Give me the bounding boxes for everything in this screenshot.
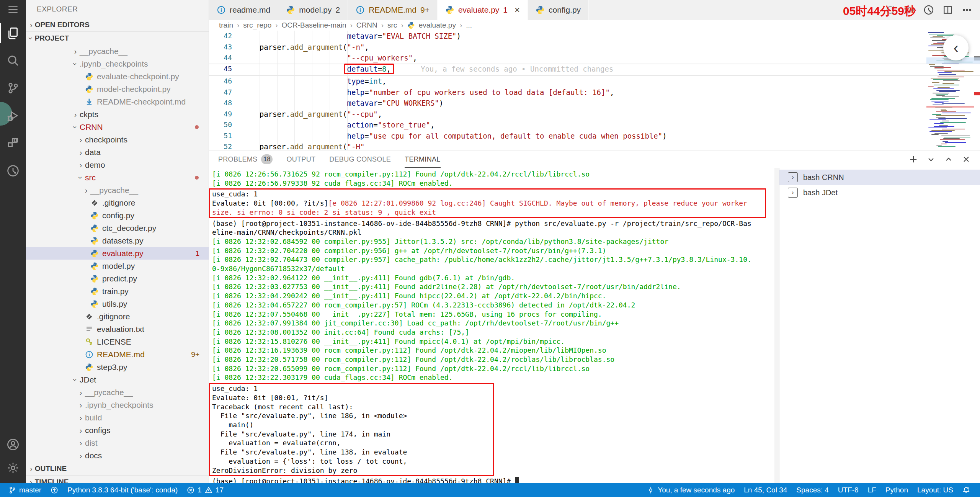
status-item[interactable]: Python	[881, 483, 913, 497]
code-line-48[interactable]: 48 metavar="CPU WORKERS")	[209, 98, 980, 109]
code-line-47[interactable]: 47 help="number of cpu workers used to l…	[209, 87, 980, 98]
code-line-45[interactable]: 45 default=8,You, a few seconds ago • Un…	[209, 64, 980, 76]
split-editor-icon[interactable]	[942, 5, 953, 15]
code-line-44[interactable]: 44 "--cpu_workers",	[209, 52, 980, 64]
activity-run-debug[interactable]	[0, 102, 26, 129]
tree-item-dist[interactable]: ›dist	[26, 437, 209, 449]
tab-evaluate-py[interactable]: evaluate.py1×	[438, 0, 528, 20]
activity-search[interactable]	[0, 47, 26, 74]
tree-item-utils-py[interactable]: utils.py	[26, 298, 209, 310]
tree-item-docs[interactable]: ›docs	[26, 449, 209, 462]
code-line-50[interactable]: 50 action="store_true",	[209, 119, 980, 131]
code-line-51[interactable]: 51 help="use cpu for all computation, de…	[209, 131, 980, 142]
status-item[interactable]: Spaces: 4	[792, 483, 833, 497]
tree-item-readme-checkpoint-md[interactable]: README-checkpoint.md	[26, 95, 209, 108]
tree-item-evaluation-txt[interactable]: evaluation.txt	[26, 323, 209, 335]
tree-item-step3-py[interactable]: step3.py	[26, 361, 209, 373]
code-line-52[interactable]: 52 parser.add_argument("-H"	[209, 141, 980, 150]
tree-item-model-py[interactable]: model.py	[26, 260, 209, 272]
tab-readme-md[interactable]: readme.md	[209, 0, 278, 20]
terminal-output[interactable]: [i 0826 12:26:56.731625 92 rocm_compiler…	[209, 168, 778, 484]
more-actions-icon[interactable]	[191, 4, 201, 14]
code-editor[interactable]: 42 metavar="EVAL BATCH SIZE")43 parser.a…	[209, 31, 980, 150]
tree-item--gitignore[interactable]: .gitignore	[26, 196, 209, 209]
terminal-instance-bash-crnn[interactable]: ›bash CRNN	[779, 170, 980, 185]
activity-timer[interactable]	[0, 157, 26, 185]
activity-source-control[interactable]	[0, 74, 26, 102]
tab-model-py[interactable]: model.py2	[278, 0, 348, 20]
tree-item-evaluate-checkpoint-py[interactable]: evaluate-checkpoint.py	[26, 70, 209, 83]
activity-gear[interactable]	[0, 454, 26, 482]
tree-item--pycache-[interactable]: ›__pycache__	[26, 386, 209, 399]
tree-item--pycache-[interactable]: ›__pycache__	[26, 45, 209, 57]
code-line-46[interactable]: 46 type=int,	[209, 76, 980, 87]
more-actions-icon[interactable]	[962, 5, 972, 15]
project-section[interactable]: › PROJECT	[26, 31, 209, 45]
tab-config-py[interactable]: config.py	[528, 0, 589, 20]
breadcrumb-item[interactable]: ...	[466, 21, 472, 29]
code-line-43[interactable]: 43 parser.add_argument("-n",	[209, 42, 980, 53]
terminal-instance-bash-jdet[interactable]: ›bash JDet	[779, 185, 980, 200]
outline-section[interactable]: › OUTLINE	[26, 462, 209, 475]
tree-item-jdet[interactable]: ›JDet	[26, 373, 209, 386]
status-item[interactable]: Python 3.8.3 64-bit ('base': conda)	[63, 483, 182, 497]
activity-files[interactable]	[0, 19, 26, 47]
status-item[interactable]	[46, 483, 63, 497]
back-button[interactable]: ‹	[943, 35, 969, 60]
tree-item--ipynb-checkpoints[interactable]: ›.ipynb_checkpoints	[26, 399, 209, 411]
panel-tab-terminal[interactable]: TERMINAL	[405, 150, 440, 168]
tree-item-predict-py[interactable]: predict.py	[26, 272, 209, 285]
breadcrumb-item[interactable]: CRNN	[356, 21, 377, 29]
panel-tab-output[interactable]: OUTPUT	[286, 150, 315, 168]
status-item[interactable]: Ln 45, Col 34	[739, 483, 792, 497]
tree-item-license[interactable]: LICENSE	[26, 335, 209, 348]
tree-item-build[interactable]: ›build	[26, 411, 209, 424]
breadcrumb-item[interactable]: src	[387, 21, 397, 29]
open-editors-section[interactable]: › OPEN EDITORS	[26, 18, 209, 31]
breadcrumb-item[interactable]: evaluate.py	[419, 21, 456, 29]
tree-item-ckpts[interactable]: ›ckpts	[26, 108, 209, 121]
status-item[interactable]: UTF-8	[833, 483, 863, 497]
tree-item-model-checkpoint-py[interactable]: model-checkpoint.py	[26, 83, 209, 95]
timer-icon[interactable]	[923, 5, 934, 15]
code-line-42[interactable]: 42 metavar="EVAL BATCH SIZE")	[209, 31, 980, 42]
tree-item-readme-md[interactable]: README.md9+	[26, 348, 209, 361]
tree-item-ctc-decoder-py[interactable]: ctc_decoder.py	[26, 222, 209, 234]
tab-readme-md[interactable]: README.md9+	[348, 0, 438, 20]
activity-extensions[interactable]	[0, 129, 26, 157]
tree-item--ipynb-checkpoints[interactable]: ›.ipynb_checkpoints	[26, 57, 209, 70]
tree-item-configs[interactable]: ›configs	[26, 424, 209, 437]
breadcrumb-item[interactable]: src_repo	[243, 21, 271, 29]
tree-item--pycache-[interactable]: ›__pycache__	[26, 184, 209, 196]
status-item[interactable]: LF	[863, 483, 881, 497]
tree-item-train-py[interactable]: train.py	[26, 285, 209, 298]
breadcrumb-item[interactable]: train	[219, 21, 233, 29]
panel-tab-debug-console[interactable]: DEBUG CONSOLE	[329, 150, 391, 168]
tree-item-src[interactable]: ›src	[26, 171, 209, 184]
close-icon[interactable]: ×	[514, 5, 520, 15]
tree-item-evaluate-py[interactable]: evaluate.py1	[26, 247, 209, 260]
status-item[interactable]: 117	[182, 483, 228, 497]
tree-item-demo[interactable]: ›demo	[26, 159, 209, 171]
tree-item-data[interactable]: ›data	[26, 146, 209, 159]
chevron-down-icon[interactable]	[926, 155, 936, 164]
status-item[interactable]: master	[4, 483, 46, 497]
terminal-scrollbar[interactable]	[774, 168, 779, 484]
activity-account[interactable]	[0, 435, 26, 454]
tree-item-config-py[interactable]: config.py	[26, 209, 209, 222]
tree-item--gitignore[interactable]: .gitignore	[26, 310, 209, 323]
status-item[interactable]: You, a few seconds ago	[642, 483, 739, 497]
code-line-49[interactable]: 49 parser.add_argument("--cpu",	[209, 109, 980, 120]
status-item[interactable]	[958, 483, 975, 497]
status-item[interactable]: Layout: US	[913, 483, 958, 497]
close-icon[interactable]	[962, 155, 971, 164]
plus-icon[interactable]	[909, 155, 918, 164]
chevron-up-icon[interactable]	[944, 155, 953, 164]
tree-item-datasets-py[interactable]: datasets.py	[26, 234, 209, 247]
tree-item-checkpoints[interactable]: ›checkpoints	[26, 133, 209, 146]
breadcrumb-item[interactable]: OCR-Baseline-main	[282, 21, 346, 29]
panel-tab-problems[interactable]: PROBLEMS18	[218, 150, 273, 168]
activity-menu[interactable]	[0, 0, 26, 19]
tree-item-crnn[interactable]: ›CRNN	[26, 121, 209, 133]
timeline-section[interactable]: › TIMELINE	[26, 475, 209, 483]
